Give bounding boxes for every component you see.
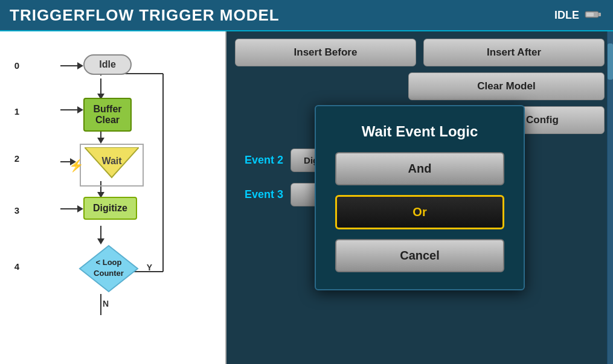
node-buffer-clear: BufferClear: [83, 98, 132, 132]
status-icon: [584, 8, 603, 23]
or-button[interactable]: Or: [335, 195, 504, 229]
header: TRIGGERFLOW TRIGGER MODEL IDLE: [0, 0, 613, 31]
loop-counter-diamond: < Loop Counter: [79, 244, 139, 293]
svg-rect-2: [586, 13, 594, 16]
wait-event-logic-dialog: Wait Event Logic And Or Cancel: [315, 105, 525, 290]
svg-text:< Loop: < Loop: [96, 258, 122, 267]
status-area: IDLE: [554, 8, 603, 23]
svg-marker-19: [77, 106, 83, 113]
row-4: 4 < Loop Counter Y N: [18, 244, 79, 295]
node-3-number: 3: [5, 205, 19, 216]
svg-marker-10: [97, 238, 104, 244]
node-0-number: 0: [5, 60, 19, 71]
node-idle: Idle: [83, 54, 132, 75]
main-layout: 0 Idle 1 BufferClear 2 ⚡: [0, 31, 613, 364]
status-text: IDLE: [554, 9, 579, 22]
node-1-number: 1: [5, 106, 19, 117]
svg-rect-1: [599, 13, 601, 16]
svg-text:Counter: Counter: [94, 269, 124, 278]
right-panel: Insert Before Insert After Clear Model l…: [226, 31, 613, 364]
app-title: TRIGGERFLOW TRIGGER MODEL: [10, 6, 280, 25]
cancel-button[interactable]: Cancel: [335, 239, 504, 272]
wait-triangle: Wait: [85, 147, 139, 180]
row-3: 3 Digitize: [18, 197, 72, 220]
lightning-icon: ⚡: [69, 158, 84, 173]
dialog-overlay: Wait Event Logic And Or Cancel: [226, 31, 613, 364]
svg-text:Wait: Wait: [101, 156, 122, 166]
branch-y-label: Y: [147, 263, 152, 272]
node-4-number: 4: [5, 261, 19, 272]
branch-n-label: N: [103, 299, 109, 308]
svg-marker-6: [97, 138, 104, 144]
row-2: 2 ⚡ Wait: [18, 144, 82, 187]
row-0: 0 Idle: [18, 54, 66, 75]
svg-marker-23: [77, 205, 83, 212]
dialog-title: Wait Event Logic: [362, 123, 478, 140]
flowchart: 0 Idle 1 BufferClear 2 ⚡: [0, 37, 205, 357]
and-button[interactable]: And: [335, 152, 504, 185]
svg-marker-17: [77, 62, 83, 69]
row-1: 1 BufferClear: [18, 98, 66, 132]
flowchart-panel: 0 Idle 1 BufferClear 2 ⚡: [0, 31, 226, 364]
node-2-number: 2: [5, 153, 19, 164]
node-digitize: Digitize: [83, 197, 137, 220]
